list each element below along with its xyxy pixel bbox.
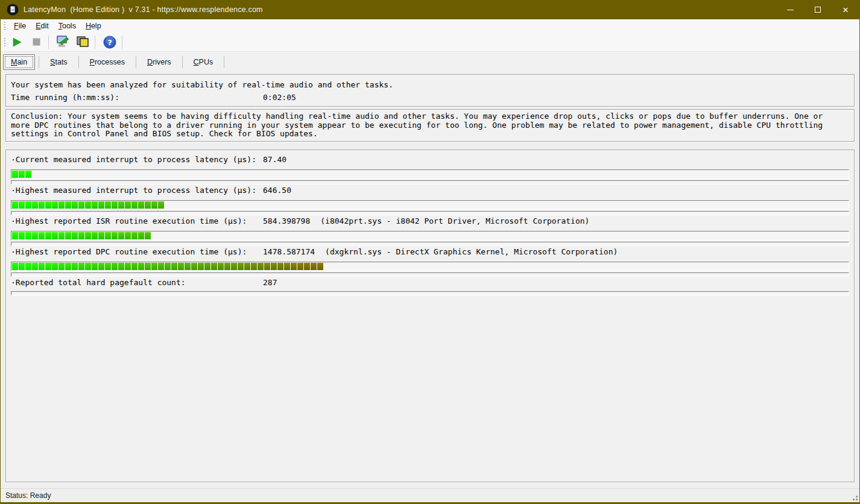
minimize-button[interactable]: [776, 0, 804, 19]
latency-bar-segment: [92, 263, 98, 270]
toolbar-separator: [95, 36, 95, 49]
app-icon: [7, 4, 19, 16]
latency-bar-segment: [98, 232, 104, 239]
menu-bar: File Edit Tools Help: [1, 19, 859, 33]
latency-bar-segment: [92, 232, 98, 239]
latency-bar: [11, 200, 849, 210]
latency-bar-segment: [304, 263, 310, 270]
latency-bar-segment: [12, 171, 18, 178]
latency-bar-segment: [25, 232, 31, 239]
latency-bar-segment: [72, 201, 78, 209]
latency-bar-segment: [131, 232, 138, 239]
measurements-panel: ·Current measured interrupt to process l…: [5, 150, 855, 483]
latency-bar-segment: [52, 232, 58, 239]
tab-stats[interactable]: Stats: [43, 55, 75, 69]
measurement-value: 584.398798: [263, 216, 310, 225]
latency-bar-segment: [32, 232, 38, 239]
latency-bar-segment: [39, 232, 45, 239]
tab-drivers[interactable]: Drivers: [140, 55, 179, 69]
close-button[interactable]: ×: [832, 0, 859, 19]
analysis-panel: Your system has been analyzed for suitab…: [5, 74, 855, 107]
processes-button[interactable]: [74, 34, 91, 50]
menu-tools[interactable]: Tools: [54, 20, 80, 31]
latency-bar-segment: [19, 171, 25, 178]
latency-bar-segment: [204, 263, 210, 270]
tab-separator: [224, 56, 224, 68]
latency-bar-segment: [39, 263, 45, 270]
latency-bar-segment: [145, 232, 151, 239]
measurement-driver-info: (i8042prt.sys - i8042 Port Driver, Micro…: [310, 216, 589, 225]
latency-bar-segment: [191, 263, 197, 270]
tab-main[interactable]: Main: [3, 54, 35, 70]
latency-bar-segment: [112, 263, 118, 270]
stop-monitor-button[interactable]: [28, 34, 45, 50]
tab-processes[interactable]: Processes: [83, 55, 132, 69]
tab-separator: [182, 56, 183, 68]
processes-icon: [75, 35, 90, 49]
latency-bar-segment: [85, 201, 91, 209]
latency-bar-segment: [145, 201, 151, 209]
latency-bar-segment: [224, 263, 230, 270]
analyze-report-icon: [55, 35, 71, 49]
latency-bar-segment: [131, 201, 138, 209]
measurement-row-pagefaults: ·Reported total hard pagefault count: 28…: [11, 278, 849, 295]
latency-bar-segment: [138, 201, 144, 209]
start-monitor-button[interactable]: [8, 34, 25, 50]
latency-bar-segment: [58, 201, 65, 209]
measurement-row-dpc-time: ·Highest reported DPC routine execution …: [11, 247, 849, 277]
menu-file[interactable]: File: [10, 20, 30, 31]
latency-bar-segment: [25, 201, 31, 209]
latency-bar-segment: [258, 263, 264, 270]
latency-bar-segment: [145, 263, 151, 270]
measurement-row-isr-time: ·Highest reported ISR routine execution …: [11, 216, 849, 246]
help-button[interactable]: ?: [101, 34, 118, 50]
scale-bar: [11, 272, 849, 277]
latency-bar-segment: [85, 232, 91, 239]
latency-bar-segment: [72, 263, 78, 270]
maximize-button[interactable]: [804, 0, 832, 19]
help-icon: ?: [103, 36, 116, 49]
time-running-label: Time running (h:mm:ss):: [11, 93, 119, 102]
time-running-value: 0:02:05: [263, 91, 296, 104]
minimize-icon: [787, 10, 794, 10]
analyze-report-button[interactable]: [55, 34, 72, 50]
latency-bar-segment: [125, 263, 131, 270]
latencymon-window: LatencyMon (Home Edition ) v 7.31 - http…: [0, 0, 860, 504]
latency-bar-segment: [171, 263, 177, 270]
latency-bar: [11, 231, 849, 241]
latency-bar-segment: [85, 263, 91, 270]
measurement-value: 287: [263, 278, 277, 287]
scale-bar: [11, 242, 849, 246]
menu-help[interactable]: Help: [81, 20, 106, 31]
menu-edit[interactable]: Edit: [31, 20, 53, 31]
status-text: Status: Ready: [5, 491, 51, 500]
latency-bar-segment: [297, 263, 303, 270]
latency-bar: [11, 169, 849, 179]
tab-separator: [78, 56, 79, 68]
latency-bar-segment: [238, 263, 244, 270]
tab-separator: [136, 56, 136, 68]
latency-bar-segment: [277, 263, 283, 270]
title-bar[interactable]: LatencyMon (Home Edition ) v 7.31 - http…: [1, 0, 859, 19]
latency-bar-segment: [231, 263, 237, 270]
resize-grip-icon[interactable]: [850, 493, 858, 501]
latency-bar-segment: [58, 232, 65, 239]
latency-bar-segment: [65, 232, 71, 239]
toolbar-separator: [122, 36, 122, 49]
measurement-row-current-latency: ·Current measured interrupt to process l…: [11, 155, 849, 184]
tab-cpus[interactable]: CPUs: [186, 55, 221, 69]
stop-icon: [33, 38, 40, 46]
latency-bar-segment: [12, 201, 18, 209]
conclusion-line: settings in Control Panel and BIOS setup…: [11, 130, 849, 139]
latency-bar-segment: [32, 201, 38, 209]
latency-bar-segment: [52, 263, 58, 270]
measurement-row-highest-latency: ·Highest measured interrupt to process l…: [11, 186, 849, 215]
scale-bar: [11, 180, 849, 184]
close-icon: ×: [843, 5, 849, 15]
latency-bar-segment: [118, 263, 124, 270]
latency-bar-segment: [271, 263, 277, 270]
latency-bar-segment: [65, 263, 71, 270]
latency-bar-segment: [52, 201, 58, 209]
latency-bar-segment: [112, 232, 118, 239]
svg-text:?: ?: [107, 38, 112, 47]
